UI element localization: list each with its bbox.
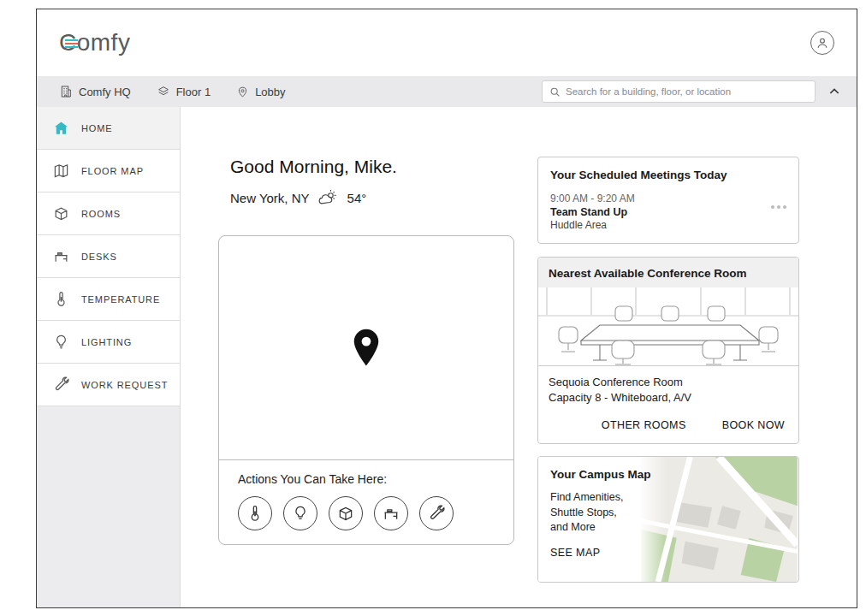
action-rooms-button[interactable] — [329, 496, 363, 530]
building-icon — [59, 85, 73, 98]
actions-title: Actions You Can Take Here: — [238, 472, 495, 486]
more-options-icon — [783, 205, 786, 209]
sidebar-item-home[interactable]: HOME — [37, 107, 180, 150]
breadcrumb-location-label: Lobby — [255, 86, 285, 98]
home-icon — [52, 120, 69, 137]
more-options-icon — [771, 205, 774, 209]
actions-section: Actions You Can Take Here: — [219, 459, 513, 544]
more-options-icon — [777, 205, 780, 209]
conference-card-buttons: OTHER ROOMS BOOK NOW — [538, 406, 798, 443]
chevron-up-icon — [827, 85, 841, 98]
search-input[interactable] — [566, 86, 808, 97]
wrench-icon — [428, 505, 445, 522]
sidebar-item-work-request[interactable]: WORK REQUEST — [37, 364, 180, 406]
body: HOME FLOOR MAP ROOMS DESKS — [37, 107, 857, 607]
weather-row: New York, NY 54° — [230, 189, 514, 206]
conference-room-name: Sequoia Conference Room — [549, 375, 788, 390]
sidebar-item-desks[interactable]: DESKS — [37, 235, 180, 278]
see-map-button[interactable]: SEE MAP — [550, 547, 600, 559]
campus-line: Shuttle Stops, — [550, 506, 655, 521]
collapse-bar-button[interactable] — [827, 85, 841, 98]
sidebar-item-floor-map[interactable]: FLOOR MAP — [37, 150, 180, 192]
pin-icon — [236, 86, 249, 98]
main-content: Good Morning, Mike. New York, NY 54° — [181, 107, 857, 607]
sidebar-item-label: FLOOR MAP — [81, 166, 144, 176]
campus-map-card: Your Campus Map Find Amenities, Shuttle … — [537, 456, 799, 583]
header: Comfy — [37, 9, 857, 76]
left-column: Good Morning, Mike. New York, NY 54° — [218, 157, 514, 545]
breadcrumb-location[interactable]: Lobby — [236, 86, 285, 98]
map-pin-icon — [350, 328, 383, 369]
breadcrumb-floor-label: Floor 1 — [176, 86, 211, 98]
other-rooms-button[interactable]: OTHER ROOMS — [602, 419, 686, 431]
breadcrumb-building[interactable]: Comfy HQ — [59, 85, 131, 98]
conference-room-details: Capacity 8 - Whiteboard, A/V — [549, 390, 788, 406]
sidebar-item-temperature[interactable]: TEMPERATURE — [37, 278, 180, 321]
conference-room-info: Sequoia Conference Room Capacity 8 - Whi… — [538, 366, 798, 406]
action-desks-button[interactable] — [374, 496, 408, 530]
conference-room-card: Nearest Available Conference Room — [537, 257, 799, 444]
meeting-time: 9:00 AM - 9:20 AM — [550, 192, 786, 204]
sidebar-item-lighting[interactable]: LIGHTING — [37, 321, 180, 364]
location-map-card: Actions You Can Take Here: — [218, 235, 514, 545]
city-label: New York, NY — [230, 191, 310, 205]
greeting-text: Good Morning, Mike. — [230, 157, 514, 177]
conference-room-illustration — [538, 287, 798, 366]
campus-card-title: Your Campus Map — [550, 468, 655, 481]
campus-line: Find Amenities, — [550, 490, 655, 506]
search-box[interactable] — [542, 80, 816, 103]
action-temperature-button[interactable] — [238, 496, 272, 530]
sidebar-item-label: ROOMS — [81, 209, 121, 219]
meetings-card-title: Your Scheduled Meetings Today — [550, 169, 786, 181]
layers-icon — [157, 85, 170, 98]
sidebar-item-label: WORK REQUEST — [81, 380, 168, 390]
campus-card-description: Find Amenities, Shuttle Stops, and More — [550, 490, 655, 536]
floor-map-icon — [52, 163, 69, 180]
outdoor-temperature: 54° — [347, 191, 367, 205]
app-window: Comfy Comfy HQ Floor 1 Lobby — [36, 9, 857, 608]
desks-icon — [383, 505, 400, 522]
action-work-request-button[interactable] — [419, 496, 454, 530]
lightbulb-icon — [52, 334, 69, 351]
sidebar-item-rooms[interactable]: ROOMS — [37, 192, 180, 235]
sidebar-item-label: DESKS — [81, 252, 117, 262]
thermometer-icon — [52, 291, 69, 308]
desks-icon — [52, 248, 69, 265]
map-pin-area — [219, 236, 513, 459]
thermometer-icon — [246, 505, 264, 522]
location-bar: Comfy HQ Floor 1 Lobby — [37, 76, 857, 107]
partly-cloudy-icon — [317, 189, 338, 206]
breadcrumb-building-label: Comfy HQ — [79, 86, 131, 98]
sidebar-item-label: TEMPERATURE — [81, 294, 160, 305]
sidebar: HOME FLOOR MAP ROOMS DESKS — [37, 107, 181, 607]
action-lighting-button[interactable] — [283, 496, 317, 530]
right-column: Your Scheduled Meetings Today 9:00 AM - … — [537, 157, 799, 583]
book-now-button[interactable]: BOOK NOW — [722, 419, 785, 431]
logo-lines-icon — [65, 39, 78, 48]
rooms-icon — [52, 205, 69, 222]
scheduled-meetings-card: Your Scheduled Meetings Today 9:00 AM - … — [537, 157, 799, 244]
meeting-room: Huddle Area — [550, 219, 786, 231]
sidebar-item-label: HOME — [81, 123, 113, 133]
wrench-icon — [52, 376, 69, 394]
meeting-more-options-button[interactable] — [771, 205, 786, 209]
campus-line: and More — [550, 520, 655, 536]
search-icon — [549, 86, 561, 98]
breadcrumb-floor[interactable]: Floor 1 — [157, 85, 211, 98]
user-avatar-button[interactable] — [810, 31, 834, 55]
actions-row — [238, 496, 495, 530]
meeting-name: Team Stand Up — [550, 206, 786, 218]
rooms-icon — [337, 505, 354, 522]
conference-room-drawing-icon — [538, 287, 798, 366]
lightbulb-icon — [292, 505, 309, 522]
campus-card-text: Your Campus Map Find Amenities, Shuttle … — [538, 457, 667, 582]
comfy-logo: Comfy — [59, 29, 130, 56]
conference-card-header: Nearest Available Conference Room — [538, 258, 798, 287]
sidebar-item-label: LIGHTING — [81, 337, 132, 347]
conference-card-title: Nearest Available Conference Room — [549, 267, 747, 280]
user-icon — [816, 36, 829, 50]
